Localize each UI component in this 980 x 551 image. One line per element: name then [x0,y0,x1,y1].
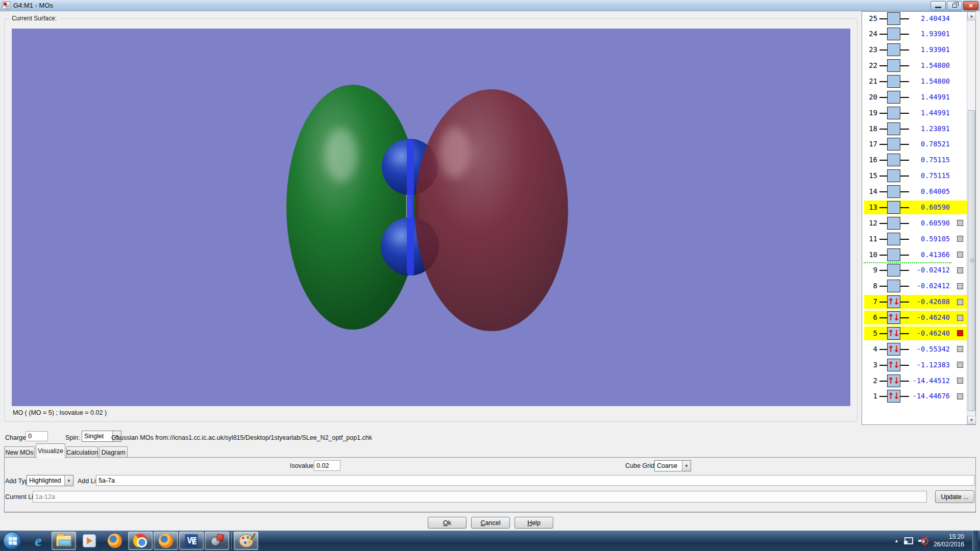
mo-row-25[interactable]: 252.40434 [862,12,967,26]
ok-button[interactable]: Ok [428,517,467,529]
mo-number: 7 [862,297,877,306]
mo-number: 19 [862,109,877,117]
mo-row-23[interactable]: 231.93901 [862,43,967,57]
mo-row-8[interactable]: 8-0.02412 [862,279,967,293]
restore-icon [952,4,957,8]
mo-surface-checkbox-8[interactable] [957,283,963,289]
tab-calculation[interactable]: Calculation [66,446,98,458]
scroll-up-icon[interactable]: ▲ [967,12,976,20]
cube-grid-select[interactable]: Coarse▼ [654,460,691,471]
mo-number: 1 [862,392,877,400]
source-path: //icnas1.cc.ic.ac.uk/syl815/Desktop/1sty… [170,434,372,441]
window-title: G4:M1 - MOs [13,2,53,9]
chevron-down-icon[interactable]: ▼ [64,475,73,486]
add-type-select[interactable]: Highlighted▼ [27,475,74,486]
mo-row-22[interactable]: 221.54800 [862,59,967,72]
mo-row-17[interactable]: 170.78521 [862,137,967,151]
taskbar-item-windows-explorer[interactable] [52,532,76,550]
mo-row-4[interactable]: 4↑↓-0.55342 [862,342,967,356]
mo-number: 9 [862,266,877,274]
charge-input[interactable] [26,431,48,441]
mo-energy: 1.44991 [896,109,950,117]
taskbar-item-internet-explorer[interactable]: e [26,532,51,550]
clock[interactable]: 15:20 26/02/2016 [934,533,967,548]
chevron-down-icon[interactable]: ▼ [682,461,691,471]
mo-energy: 1.54800 [896,77,950,85]
mo-surface-checkbox-7[interactable] [957,299,963,305]
mo-number: 16 [862,156,877,164]
mo-surface-checkbox-3[interactable] [957,362,963,368]
show-hidden-icons-button[interactable]: ▲ [894,538,899,543]
taskbar-item-chrome[interactable] [128,532,153,550]
mo-number: 4 [862,345,877,353]
mo-row-10[interactable]: 100.41366 [862,248,967,262]
mo-list-scrollbar[interactable]: ▲ ▼ [967,12,975,424]
tab-visualize[interactable]: Visualize [36,443,65,458]
molecule-viewport[interactable] [12,29,850,406]
mo-surface-checkbox-4[interactable] [957,346,963,352]
add-list-input[interactable] [96,475,974,486]
mo-surface-checkbox-2[interactable] [957,378,963,384]
mo-number: 24 [862,30,877,38]
mo-row-16[interactable]: 160.75115 [862,153,967,167]
mo-row-1[interactable]: 1↑↓-14.44676 [862,389,967,403]
mo-row-18[interactable]: 181.23891 [862,122,967,136]
update-button[interactable]: Update ... [935,490,974,503]
mo-surface-checkbox-1[interactable] [957,393,963,399]
tab-new-mos[interactable]: New MOs [4,446,35,458]
start-button[interactable] [3,532,21,550]
show-desktop-button[interactable] [972,531,978,551]
mo-surface-checkbox-10[interactable] [957,252,963,258]
mo-row-12[interactable]: 120.60590 [862,216,967,230]
mo-surface-checkbox-9[interactable] [957,267,963,273]
taskbar-item-gaussview[interactable] [205,532,229,550]
mo-row-2[interactable]: 2↑↓-14.44512 [862,374,967,388]
mo-row-13[interactable]: 130.60590 [862,201,967,214]
mo-row-19[interactable]: 191.44991 [862,106,967,120]
mo-surface-checkbox-11[interactable] [957,236,963,242]
mo-row-6[interactable]: 6↑↓-0.46240 [862,311,967,324]
close-button[interactable]: ✕ [963,1,978,10]
mo-surface-checkbox-12[interactable] [957,220,963,226]
mo-isosurface-render [12,29,850,406]
isovalue-input[interactable] [314,460,340,471]
ie-icon: e [35,533,41,548]
charge-label: Charge: [5,434,28,441]
taskbar-item-gaussview-mos[interactable] [234,532,258,550]
mo-row-7[interactable]: 7↑↓-0.42688 [862,295,967,309]
tab-diagram[interactable]: Diagram [99,446,128,458]
mo-energy: 1.93901 [896,45,950,54]
mo-row-3[interactable]: 3↑↓-1.12383 [862,358,967,372]
cancel-button[interactable]: Cancel [471,517,510,529]
mo-row-24[interactable]: 241.93901 [862,27,967,41]
titlebar[interactable]: G4:M1 - MOs ✕ [0,0,980,11]
mo-surface-checkbox-5[interactable] [957,330,963,336]
taskbar-item-word[interactable]: W [179,532,204,550]
restore-button[interactable] [947,1,962,10]
mo-row-20[interactable]: 201.44991 [862,90,967,104]
scroll-down-icon[interactable]: ▼ [967,416,976,424]
mo-energy: 0.60590 [896,203,950,211]
taskbar-item-firefox-window[interactable] [154,532,178,550]
mo-list[interactable]: ▲ ▼ 252.40434241.93901231.93901221.54800… [862,11,976,425]
mo-row-11[interactable]: 110.59105 [862,232,967,246]
scrollbar-thumb[interactable] [968,110,975,411]
taskbar-item-firefox[interactable] [103,532,127,550]
mo-surface-checkbox-6[interactable] [957,315,963,321]
network-icon[interactable] [904,537,913,544]
mo-row-15[interactable]: 150.75115 [862,169,967,183]
mo-row-5[interactable]: 5↑↓-0.46240 [862,327,967,340]
mo-number: 8 [862,282,877,290]
mo-row-9[interactable]: 9-0.02412 [862,263,967,277]
mo-energy: -1.12383 [896,361,950,369]
mo-row-14[interactable]: 140.64005 [862,185,967,198]
minimize-button[interactable] [930,1,946,10]
mo-number: 25 [862,14,877,22]
mo-number: 12 [862,219,877,227]
current-list-input[interactable] [33,491,927,503]
volume-muted-icon[interactable] [918,537,928,545]
taskbar-item-media-player[interactable] [77,532,102,550]
current-surface-group: Current Surface: [4,18,857,422]
mo-row-21[interactable]: 211.54800 [862,74,967,88]
help-button[interactable]: Help [514,517,553,529]
